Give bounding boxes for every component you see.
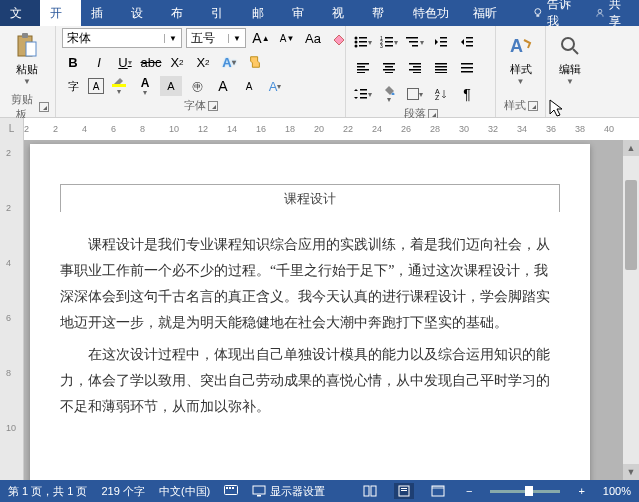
paste-button[interactable]: 粘贴 ▼ xyxy=(6,28,48,90)
underline-button[interactable]: U▾ xyxy=(114,52,136,72)
char-shading-button[interactable]: A xyxy=(160,76,182,96)
char-border-button[interactable]: A xyxy=(88,78,104,94)
shrink-font-button[interactable]: A▼ xyxy=(276,28,298,48)
view-read-button[interactable] xyxy=(360,483,380,499)
sort-button[interactable]: AZ xyxy=(430,84,452,104)
scroll-down-button[interactable]: ▼ xyxy=(623,464,639,480)
chevron-down-icon[interactable]: ▼ xyxy=(228,34,245,43)
tab-review[interactable]: 审阅 xyxy=(282,0,322,26)
decrease-indent-button[interactable] xyxy=(430,32,452,52)
status-display-settings[interactable]: 显示器设置 xyxy=(252,484,325,499)
tab-home[interactable]: 开始 xyxy=(40,0,80,26)
font-name-combo[interactable]: 宋体 ▼ xyxy=(62,28,182,48)
svg-rect-3 xyxy=(22,33,28,38)
view-web-button[interactable] xyxy=(428,483,448,499)
svg-rect-44 xyxy=(461,71,473,73)
svg-rect-66 xyxy=(432,486,444,489)
distribute-button[interactable] xyxy=(456,58,478,78)
highlight-button[interactable]: ▾ xyxy=(108,76,130,96)
svg-rect-64 xyxy=(401,490,407,491)
ruler-tick: 26 xyxy=(401,124,411,134)
shading-button[interactable]: ▾ xyxy=(378,84,400,104)
status-language[interactable]: 中文(中国) xyxy=(159,484,210,499)
svg-point-5 xyxy=(355,37,358,40)
text-effects-button[interactable]: A▾ xyxy=(218,52,240,72)
page-scroll-area[interactable]: 课程设计 课程设计是我们专业课程知识综合应用的实践训练，着是我们迈向社会，从事职… xyxy=(24,140,623,480)
brush-icon xyxy=(248,55,262,69)
increase-indent-button[interactable] xyxy=(456,32,478,52)
svg-rect-21 xyxy=(440,41,447,43)
font-grow2-button[interactable]: A xyxy=(212,76,234,96)
editing-button[interactable]: 编辑 ▼ xyxy=(552,28,588,90)
italic-button[interactable]: I xyxy=(88,52,110,72)
view-print-button[interactable] xyxy=(394,483,414,499)
tab-insert[interactable]: 插入 xyxy=(81,0,121,26)
font-size-combo[interactable]: 五号 ▼ xyxy=(186,28,246,48)
tab-references[interactable]: 引用 xyxy=(201,0,241,26)
font-name-value: 宋体 xyxy=(63,30,164,47)
svg-rect-29 xyxy=(357,72,365,73)
change-case-button[interactable]: Aa xyxy=(302,28,324,48)
grow-font-button[interactable]: A▲ xyxy=(250,28,272,48)
font-shrink2-button[interactable]: A xyxy=(238,76,260,96)
zoom-slider[interactable] xyxy=(490,490,560,493)
bullets-button[interactable]: ▾ xyxy=(352,32,374,52)
bold-button[interactable]: B xyxy=(62,52,84,72)
enclose-chars-button[interactable]: ㊥ xyxy=(186,76,208,96)
justify-button[interactable] xyxy=(430,58,452,78)
vertical-ruler[interactable]: 2246810 xyxy=(0,140,24,480)
styles-dialog-launcher[interactable] xyxy=(528,101,538,111)
scroll-thumb[interactable] xyxy=(625,180,637,270)
align-center-button[interactable] xyxy=(378,58,400,78)
doc-paragraph-2[interactable]: 在这次设计过程中，体现出自己单独设计模具的能力以及综合运用知识的能力，体会了学以… xyxy=(60,342,560,420)
phonetic-guide-button[interactable]: 字 xyxy=(62,76,84,96)
font-color-button[interactable]: A ▾ xyxy=(134,76,156,96)
group-paragraph: ▾ 123▾ ▾ ▾ ▾ ▾ AZ ¶ 段落 xyxy=(346,26,496,117)
status-words[interactable]: 219 个字 xyxy=(101,484,144,499)
superscript-button[interactable]: X2 xyxy=(192,52,214,72)
line-spacing-button[interactable]: ▾ xyxy=(352,84,374,104)
tab-mailings[interactable]: 邮件 xyxy=(242,0,282,26)
zoom-level[interactable]: 100% xyxy=(603,485,631,497)
doc-title[interactable]: 课程设计 xyxy=(60,184,560,212)
multilevel-list-button[interactable]: ▾ xyxy=(404,32,426,52)
styles-icon: A xyxy=(507,32,535,60)
tab-file[interactable]: 文件 xyxy=(0,0,40,26)
status-page[interactable]: 第 1 页，共 1 页 xyxy=(8,484,87,499)
tab-view[interactable]: 视图 xyxy=(322,0,362,26)
tab-features[interactable]: 特色功能 xyxy=(403,0,464,26)
document-page[interactable]: 课程设计 课程设计是我们专业课程知识综合应用的实践训练，着是我们迈向社会，从事职… xyxy=(30,144,590,480)
status-input-indicator[interactable] xyxy=(224,485,238,497)
zoom-thumb[interactable] xyxy=(525,486,533,496)
scroll-up-button[interactable]: ▲ xyxy=(623,140,639,156)
svg-point-0 xyxy=(535,9,541,15)
vertical-scrollbar[interactable]: ▲ ▼ xyxy=(623,140,639,480)
align-left-button[interactable] xyxy=(352,58,374,78)
tab-help[interactable]: 帮助 xyxy=(362,0,402,26)
tab-foxit-pdf[interactable]: 福昕PDF xyxy=(463,0,524,26)
indent-icon xyxy=(460,36,474,48)
tab-design[interactable]: 设计 xyxy=(121,0,161,26)
align-right-button[interactable] xyxy=(404,58,426,78)
strikethrough-button[interactable]: abc xyxy=(140,52,162,72)
status-bar: 第 1 页，共 1 页 219 个字 中文(中国) 显示器设置 − + 100% xyxy=(0,480,639,502)
chevron-down-icon[interactable]: ▼ xyxy=(164,34,181,43)
subscript-button[interactable]: X2 xyxy=(166,52,188,72)
show-marks-button[interactable]: ¶ xyxy=(456,84,478,104)
borders-button[interactable]: ▾ xyxy=(404,84,426,104)
numbering-icon: 123 xyxy=(380,36,394,48)
doc-paragraph-1[interactable]: 课程设计是我们专业课程知识综合应用的实践训练，着是我们迈向社会，从事职业工作前一… xyxy=(60,232,560,336)
ruler-tick: 16 xyxy=(256,124,266,134)
tab-layout[interactable]: 布局 xyxy=(161,0,201,26)
svg-rect-12 xyxy=(385,37,393,39)
justify-icon xyxy=(435,63,447,73)
clipboard-dialog-launcher[interactable] xyxy=(39,102,49,112)
zoom-in-button[interactable]: + xyxy=(574,485,588,497)
font-dialog-launcher[interactable] xyxy=(208,101,218,111)
horizontal-ruler[interactable]: L 2246810121416182022242628303234363840 xyxy=(0,118,639,140)
zoom-out-button[interactable]: − xyxy=(462,485,476,497)
numbering-button[interactable]: 123▾ xyxy=(378,32,400,52)
format-painter-button[interactable] xyxy=(244,52,266,72)
styles-button[interactable]: A 样式 ▼ xyxy=(502,28,539,90)
text-effects2-button[interactable]: A▾ xyxy=(264,76,286,96)
